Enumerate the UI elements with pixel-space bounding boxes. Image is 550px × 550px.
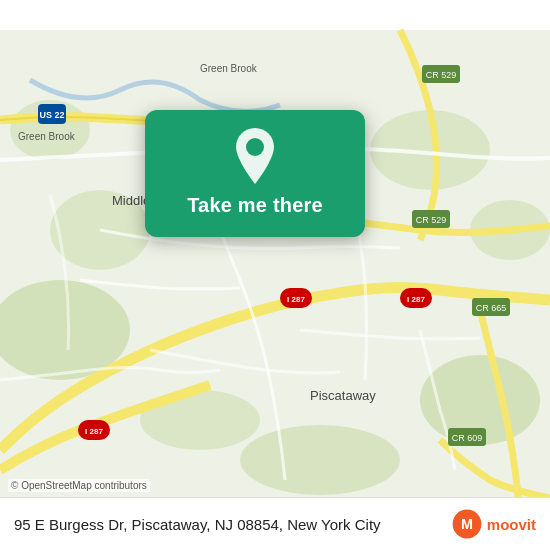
moovit-logo: M moovit — [451, 508, 536, 540]
svg-text:US 22: US 22 — [39, 110, 64, 120]
svg-point-4 — [240, 425, 400, 495]
cta-card[interactable]: Take me there — [145, 110, 365, 237]
svg-text:CR 609: CR 609 — [452, 433, 483, 443]
svg-text:I 287: I 287 — [85, 427, 103, 436]
moovit-brand-text: moovit — [487, 516, 536, 533]
map-attribution: © OpenStreetMap contributors — [8, 479, 150, 492]
bottom-bar: 95 E Burgess Dr, Piscataway, NJ 08854, N… — [0, 497, 550, 550]
svg-text:Green Brook: Green Brook — [18, 131, 76, 142]
svg-text:CR 529: CR 529 — [426, 70, 457, 80]
svg-point-30 — [246, 138, 264, 156]
address-text: 95 E Burgess Dr, Piscataway, NJ 08854, N… — [14, 516, 381, 533]
svg-text:M: M — [461, 516, 473, 532]
map-background: US 22 I 287 I 287 I 287 CR 529 CR 529 CR… — [0, 0, 550, 550]
svg-text:CR 529: CR 529 — [416, 215, 447, 225]
moovit-icon: M — [451, 508, 483, 540]
svg-text:Green Brook: Green Brook — [200, 63, 258, 74]
map-container: US 22 I 287 I 287 I 287 CR 529 CR 529 CR… — [0, 0, 550, 550]
svg-text:CR 665: CR 665 — [476, 303, 507, 313]
svg-text:Piscataway: Piscataway — [310, 388, 376, 403]
location-pin-icon — [231, 128, 279, 184]
take-me-there-label: Take me there — [187, 194, 323, 217]
svg-text:I 287: I 287 — [287, 295, 305, 304]
svg-text:I 287: I 287 — [407, 295, 425, 304]
address-block: 95 E Burgess Dr, Piscataway, NJ 08854, N… — [14, 516, 381, 533]
